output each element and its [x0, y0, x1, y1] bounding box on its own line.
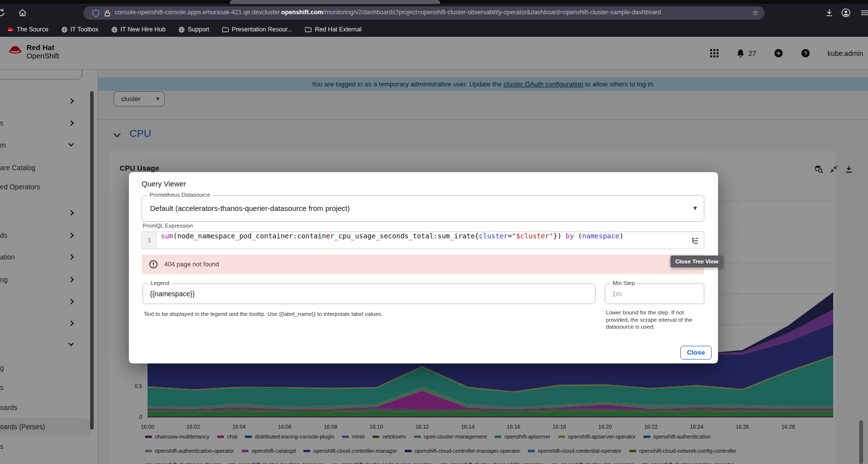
tree-view-icon	[691, 237, 699, 245]
bookmark-item[interactable]: Red Hat External	[305, 26, 361, 33]
modal-title: Query Viewer	[142, 180, 186, 188]
datasource-select[interactable]: Prometheus Datasource Default (accelerat…	[142, 195, 704, 222]
promql-code[interactable]: sum(node_namespace_pod_container:contain…	[161, 232, 623, 240]
close-button[interactable]: Close	[680, 346, 712, 360]
bookmark-item[interactable]: Presentation Resour...	[222, 26, 293, 33]
bookmark-item[interactable]: Support	[178, 26, 209, 33]
legend-helper-text: Text to be displayed in the legend and t…	[144, 311, 383, 317]
promql-segment-plain: (	[574, 232, 582, 240]
bookmark-item[interactable]: IT Toolbox	[61, 26, 99, 33]
bookmark-item[interactable]: IT New Hire Hub	[111, 26, 166, 33]
home-icon[interactable]	[18, 8, 27, 18]
globe-icon	[61, 26, 68, 33]
screen: console-openshift-console.apps.emurasak-…	[0, 0, 868, 464]
account-icon[interactable]	[841, 8, 851, 18]
overflow-icon[interactable]	[860, 8, 868, 18]
bookmark-label: Red Hat External	[315, 26, 361, 33]
promql-segment-plain: )	[620, 232, 623, 240]
promql-editor[interactable]: 1 sum(node_namespace_pod_container:conta…	[142, 232, 704, 249]
folder-icon	[222, 26, 229, 32]
browser-tab-strip	[0, 0, 868, 4]
promql-segment-label: namespace	[582, 232, 620, 240]
active-tab[interactable]	[230, 0, 440, 4]
bookmark-label: The Source	[17, 26, 49, 33]
legend-field: Legend	[143, 284, 595, 304]
query-viewer-modal: Query Viewer Prometheus Datasource Defau…	[129, 172, 718, 363]
url-prefix: console-openshift-console.apps.emurasak-…	[115, 9, 281, 16]
min-step-field: Min Step	[605, 284, 704, 304]
legend-input[interactable]	[143, 284, 595, 304]
min-step-input[interactable]	[605, 284, 704, 304]
bookmark-label: Support	[188, 26, 209, 33]
error-text: 404 page not found	[164, 260, 219, 268]
error-icon	[149, 260, 158, 271]
line-number: 1	[142, 232, 157, 249]
tree-view-toggle-button[interactable]	[690, 236, 700, 246]
close-tree-view-tooltip: Close Tree View	[670, 256, 723, 267]
datasource-value: Default (accelerators-thanos-querier-dat…	[150, 204, 350, 212]
url-domain: openshift.com	[281, 9, 323, 16]
url-input[interactable]: console-openshift-console.apps.emurasak-…	[115, 9, 746, 16]
bookmark-item[interactable]: The Source	[7, 26, 49, 33]
promql-segment-plain: (node_namespace_pod_container:container_…	[173, 232, 479, 240]
bookmark-label: IT New Hire Hub	[121, 26, 166, 33]
bookmark-label: IT Toolbox	[71, 26, 99, 33]
promql-segment-kw: by	[566, 232, 574, 240]
datasource-label: Prometheus Datasource	[147, 192, 213, 198]
reload-icon[interactable]	[0, 8, 6, 18]
bookmark-label: Presentation Resour...	[232, 26, 293, 33]
tracking-shield-icon[interactable]	[92, 9, 99, 19]
select-caret-icon: ▾	[693, 204, 697, 212]
redhat-icon	[7, 26, 14, 32]
promql-segment-label: cluster	[479, 232, 508, 240]
promql-segment-str: "$cluster"	[512, 232, 553, 240]
globe-icon	[111, 26, 118, 33]
promql-label: PromQL Expression	[143, 223, 193, 229]
promql-error-alert: 404 page not found	[142, 255, 704, 274]
promql-segment-kw: sum	[161, 232, 173, 240]
promql-segment-plain: })	[553, 232, 566, 240]
min-step-helper-text: Lower bound for the step. If not provide…	[606, 309, 708, 331]
globe-icon	[178, 26, 185, 33]
url-path: /monitoring/v2/dashboards?project=opensh…	[323, 9, 661, 16]
lock-icon[interactable]	[104, 9, 111, 19]
downloads-icon[interactable]	[824, 8, 834, 18]
url-bar[interactable]: console-openshift-console.apps.emurasak-…	[83, 6, 765, 20]
browser-toolbar: console-openshift-console.apps.emurasak-…	[0, 4, 868, 22]
bookmark-star-icon[interactable]: ☆	[752, 8, 759, 17]
bookmarks-bar: The SourceIT ToolboxIT New Hire HubSuppo…	[0, 22, 868, 37]
folder-icon	[305, 26, 312, 32]
